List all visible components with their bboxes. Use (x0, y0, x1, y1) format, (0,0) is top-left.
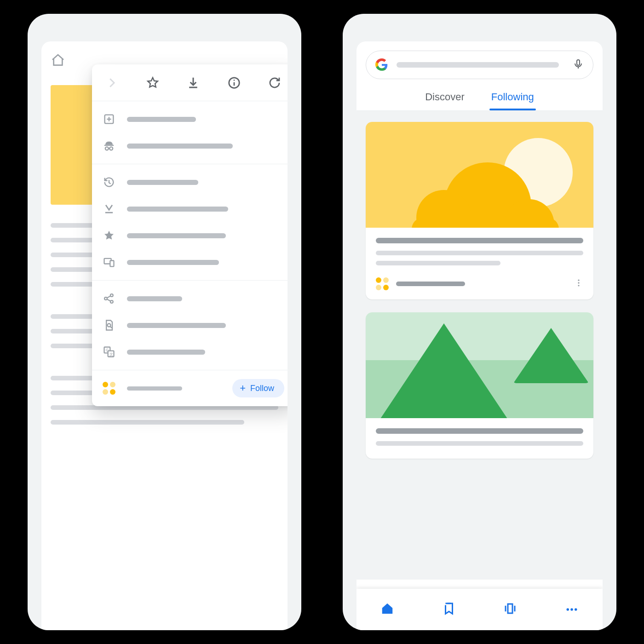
tab-following[interactable]: Following (489, 91, 536, 110)
menu-section-tabs (92, 101, 288, 164)
svg-line-16 (107, 296, 110, 298)
follow-label: Follow (250, 384, 274, 393)
recent-tabs-icon (102, 255, 116, 269)
phone-right: Discover Following (343, 14, 616, 630)
svg-point-26 (578, 280, 579, 281)
svg-rect-6 (104, 145, 114, 146)
menu-item-recent-tabs[interactable] (92, 249, 288, 276)
svg-point-34 (575, 608, 577, 611)
screen: G文 + Follow (41, 41, 288, 630)
follow-button[interactable]: + Follow (232, 379, 284, 397)
svg-line-17 (107, 299, 110, 301)
menu-item-label (127, 233, 226, 238)
device-notch (630, 202, 644, 239)
menu-item-label (127, 260, 219, 265)
bottom-nav (356, 589, 603, 630)
menu-item-label (127, 296, 182, 301)
home-icon[interactable] (380, 602, 394, 617)
svg-rect-24 (577, 60, 580, 65)
svg-point-32 (567, 608, 569, 611)
menu-item-label (127, 350, 205, 355)
menu-item-share[interactable] (92, 285, 288, 312)
svg-point-2 (233, 80, 235, 81)
plus-icon: + (240, 383, 246, 393)
feed-card[interactable] (366, 122, 593, 299)
card-body (366, 228, 593, 273)
downloads-icon (102, 202, 116, 216)
svg-text:G: G (106, 348, 109, 352)
feed-tabs: Discover Following (356, 91, 603, 110)
menu-item-label (127, 386, 182, 391)
translate-icon: G文 (102, 345, 116, 359)
svg-point-33 (570, 608, 573, 611)
feed-card[interactable] (366, 312, 593, 459)
svg-rect-29 (508, 604, 512, 613)
bookmarks-icon[interactable] (442, 602, 456, 617)
svg-point-27 (578, 282, 579, 283)
menu-item-translate[interactable]: G文 (92, 339, 288, 365)
menu-toolbar (92, 64, 288, 101)
carousel-icon[interactable] (503, 602, 517, 617)
menu-item-bookmarks[interactable] (92, 222, 288, 249)
phone-left: G文 + Follow (28, 14, 301, 630)
tab-discover[interactable]: Discover (423, 91, 466, 110)
feed[interactable] (356, 110, 603, 580)
svg-point-28 (578, 285, 579, 286)
card-image (366, 122, 593, 228)
forward-icon[interactable] (105, 76, 119, 90)
menu-section-page: G文 (92, 281, 288, 370)
overflow-menu: G文 + Follow (92, 64, 288, 406)
share-icon (102, 292, 116, 305)
menu-section-follow: + Follow (92, 370, 288, 406)
star-icon[interactable] (146, 76, 160, 90)
publisher-label (396, 282, 465, 286)
menu-item-history[interactable] (92, 169, 288, 196)
stage: G文 + Follow (0, 0, 644, 644)
menu-item-follow-site[interactable]: + Follow (92, 375, 288, 402)
device-notch (0, 202, 14, 239)
menu-item-find-in-page[interactable] (92, 312, 288, 339)
download-icon[interactable] (186, 76, 200, 90)
menu-item-label (127, 117, 196, 122)
svg-text:文: 文 (109, 352, 113, 356)
site-icon (102, 381, 116, 395)
reload-icon[interactable] (268, 76, 282, 90)
find-in-page-icon (102, 318, 116, 332)
mic-icon[interactable] (573, 58, 584, 71)
device-notch (0, 110, 14, 184)
menu-item-new-tab[interactable] (92, 106, 288, 132)
info-icon[interactable] (227, 76, 241, 90)
menu-item-label (127, 323, 226, 328)
svg-line-19 (110, 326, 112, 328)
svg-rect-12 (110, 261, 114, 267)
menu-item-label (127, 180, 198, 185)
search-bar[interactable] (366, 51, 593, 79)
screen: Discover Following (356, 41, 603, 630)
svg-point-7 (105, 147, 109, 150)
more-icon[interactable] (565, 603, 579, 616)
menu-item-label (127, 207, 228, 212)
incognito-icon (102, 139, 116, 153)
google-logo-icon (375, 58, 388, 71)
menu-item-label (127, 144, 233, 149)
card-overflow-icon[interactable] (574, 278, 583, 289)
search-placeholder (397, 62, 559, 68)
card-image (366, 312, 593, 418)
home-icon[interactable] (51, 53, 65, 69)
publisher-icon (376, 277, 389, 290)
card-footer (366, 277, 593, 299)
svg-point-8 (109, 147, 113, 150)
menu-section-library (92, 164, 288, 281)
menu-item-incognito[interactable] (92, 132, 288, 159)
device-notch (630, 110, 644, 184)
menu-item-downloads[interactable] (92, 196, 288, 222)
card-body (366, 418, 593, 459)
bookmarks-icon (102, 229, 116, 242)
new-tab-icon (102, 112, 116, 126)
history-icon (102, 175, 116, 189)
